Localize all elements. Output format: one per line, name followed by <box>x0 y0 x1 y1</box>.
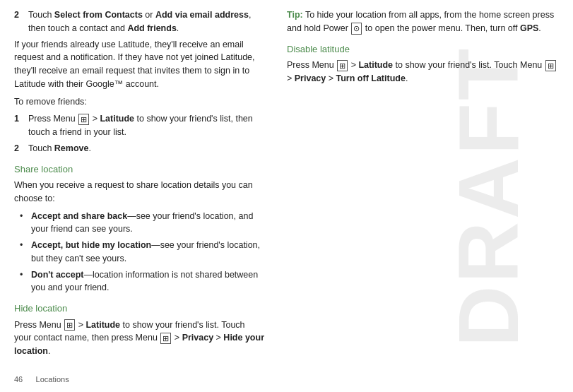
share-option-1: Accept and share back—see your friend's … <box>14 210 264 237</box>
left-column: 2 Touch Select from Contacts or Add via … <box>0 0 276 392</box>
remove-step2: 2 Touch Remove. <box>14 142 264 155</box>
remove-step2-text: Touch Remove. <box>28 142 91 155</box>
menu-icon-5: ⊞ <box>545 60 556 71</box>
hide-location-heading: Hide location <box>14 302 264 316</box>
share-option-2-text: Accept, but hide my location—see your fr… <box>31 239 264 266</box>
disable-latitude-para: Press Menu ⊞ > Latitude to show your fri… <box>287 59 559 85</box>
menu-icon-4: ⊞ <box>337 60 348 71</box>
menu-icon-1: ⊞ <box>78 114 89 125</box>
remove-step1-text: Press Menu ⊞ > Latitude to show your fri… <box>28 112 264 139</box>
share-location-heading: Share location <box>14 162 264 177</box>
tip-paragraph: Tip: To hide your location from all apps… <box>287 8 559 35</box>
tip-label: Tip: <box>287 10 303 20</box>
remove-step1-number: 1 <box>14 112 25 139</box>
share-option-2: Accept, but hide my location—see your fr… <box>14 239 264 266</box>
step2-item: 2 Touch Select from Contacts or Add via … <box>14 8 264 35</box>
power-icon: ⊙ <box>351 23 362 34</box>
share-options-list: Accept and share back—see your friend's … <box>14 210 264 295</box>
share-option-1-text: Accept and share back—see your friend's … <box>31 210 264 237</box>
share-option-3: Don't accept—location information is not… <box>14 268 264 295</box>
menu-icon-3: ⊞ <box>160 333 171 344</box>
right-column: Tip: To hide your location from all apps… <box>276 0 573 392</box>
disable-latitude-heading: Disable latitude <box>287 42 559 57</box>
remove-friends-intro: To remove friends: <box>14 95 264 109</box>
friends-para1: If your friends already use Latitude, th… <box>14 38 264 91</box>
step2-number: 2 <box>14 8 25 35</box>
hide-location-para: Press Menu ⊞ > Latitude to show your fri… <box>14 319 264 358</box>
share-option-3-text: Don't accept—location information is not… <box>31 268 264 295</box>
share-location-para: When you receive a request to share loca… <box>14 179 264 206</box>
step2-text: Touch Select from Contacts or Add via em… <box>28 8 264 35</box>
menu-icon-2: ⊞ <box>64 319 75 331</box>
page-number: 46 <box>14 375 23 384</box>
remove-step2-number: 2 <box>14 142 25 155</box>
page-container: DRAFT 2 Touch Select from Contacts or Ad… <box>0 0 573 392</box>
footer: 46 Locations <box>14 374 69 386</box>
remove-step1: 1 Press Menu ⊞ > Latitude to show your f… <box>14 112 264 139</box>
page-label: Locations <box>36 375 69 384</box>
